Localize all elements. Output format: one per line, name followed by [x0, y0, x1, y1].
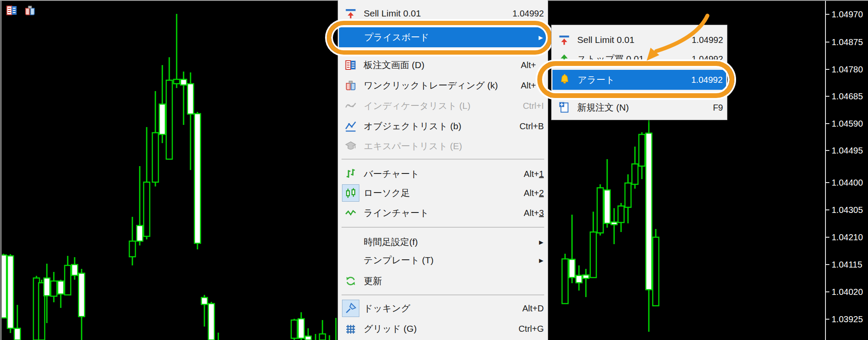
- annotation-arrow: [0, 0, 868, 340]
- trading-platform-window: 1.049701.048751.047801.046851.045901.044…: [0, 0, 868, 340]
